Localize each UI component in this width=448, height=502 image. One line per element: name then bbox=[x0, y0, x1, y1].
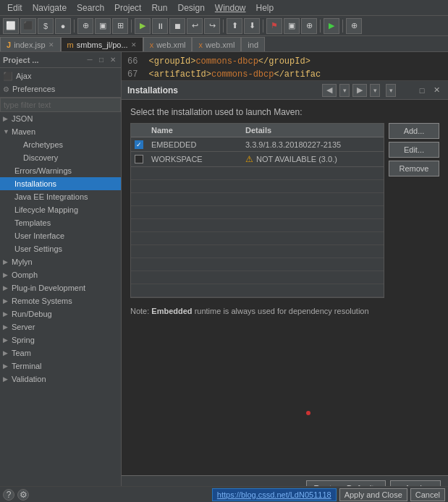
menu-design[interactable]: Design bbox=[173, 1, 208, 14]
apply-close-button[interactable]: Apply and Close bbox=[339, 488, 407, 501]
status-help-icon[interactable]: ? bbox=[3, 489, 14, 501]
toolbar-sep-1 bbox=[74, 20, 75, 33]
menu-project[interactable]: Project bbox=[110, 1, 145, 14]
toolbar-btn-2[interactable]: ⬛ bbox=[20, 18, 36, 34]
tab-ind[interactable]: ind bbox=[241, 37, 265, 51]
tree-item-plugin[interactable]: ▶ Plug-in Development bbox=[0, 281, 121, 294]
panel-minimize-icon[interactable]: ─ bbox=[85, 55, 95, 65]
status-settings-icon[interactable]: ⚙ bbox=[17, 489, 29, 501]
tab-close-1[interactable]: ✕ bbox=[48, 41, 54, 48]
toolbar-btn-12[interactable]: ⚑ bbox=[266, 18, 282, 34]
toolbar-btn-6[interactable]: ▣ bbox=[95, 18, 111, 34]
tree-item-run-debug[interactable]: ▶ Run/Debug bbox=[0, 307, 121, 320]
tree-item-server[interactable]: ▶ Server bbox=[0, 320, 121, 333]
tree-item-validation[interactable]: ▶ Validation bbox=[0, 373, 121, 386]
td-details-workspace: ⚠ NOT AVAILABLE (3.0.) bbox=[241, 153, 384, 166]
table-container: Name Details EMBEDDED 3.3.9/1.8.3.201802… bbox=[130, 123, 384, 298]
prefs-label: Preferences bbox=[12, 85, 55, 93]
cancel-button[interactable]: Cancel bbox=[410, 488, 445, 501]
tab-label-5: ind bbox=[248, 41, 258, 49]
panel-close-icon[interactable]: ✕ bbox=[108, 55, 118, 65]
tree-arrow-server: ▶ bbox=[3, 323, 12, 331]
toolbar-btn-10[interactable]: ⬆ bbox=[227, 18, 242, 34]
table-row-workspace[interactable]: WORKSPACE ⚠ NOT AVAILABLE (3.0.) bbox=[131, 152, 384, 166]
toolbar-btn-14[interactable]: ⊕ bbox=[301, 18, 317, 34]
dialog-back-btn[interactable]: ◀ bbox=[322, 84, 337, 97]
dialog-forward-btn[interactable]: ▶ bbox=[352, 84, 367, 97]
toolbar-btn-7[interactable]: ⊞ bbox=[112, 18, 128, 34]
checkbox-workspace[interactable] bbox=[135, 155, 143, 163]
tree-label-server: Server bbox=[12, 323, 35, 331]
tab-close-2[interactable]: ✕ bbox=[131, 41, 137, 48]
tree-item-lifecycle[interactable]: Lifecycle Mapping bbox=[0, 203, 121, 216]
tree-item-remote[interactable]: ▶ Remote Systems bbox=[0, 294, 121, 307]
filter-input[interactable] bbox=[0, 98, 121, 112]
tree-item-oomph[interactable]: ▶ Oomph bbox=[0, 268, 121, 281]
tree-arrow-plugin: ▶ bbox=[3, 284, 12, 292]
edit-button[interactable]: Edit... bbox=[389, 142, 439, 158]
tree-item-discovery[interactable]: Discovery bbox=[0, 151, 121, 164]
table-row-embedded[interactable]: EMBEDDED 3.3.9/1.8.3.20180227-2135 bbox=[131, 137, 384, 152]
tree-item-userinterface[interactable]: User Interface bbox=[0, 229, 121, 242]
toolbar-btn-11[interactable]: ⬇ bbox=[244, 18, 260, 34]
td-details-embedded: 3.3.9/1.8.3.20180227-2135 bbox=[241, 139, 384, 150]
tree-item-javaee[interactable]: Java EE Integrations bbox=[0, 190, 121, 203]
checkbox-embedded[interactable] bbox=[135, 140, 143, 149]
menu-edit[interactable]: Edit bbox=[3, 1, 27, 14]
menu-window[interactable]: Window bbox=[211, 1, 250, 14]
tree-item-errors[interactable]: Errors/Warnings bbox=[0, 164, 121, 177]
tree-item-installations[interactable]: Installations bbox=[0, 177, 121, 190]
tree-item-usersettings[interactable]: User Settings bbox=[0, 242, 121, 255]
menu-help[interactable]: Help bbox=[252, 1, 279, 14]
tab-smbms[interactable]: m smbms_jl/po... ✕ bbox=[61, 37, 143, 51]
dialog-forward-drop[interactable]: ▾ bbox=[370, 84, 380, 97]
tab-webxml-2[interactable]: x web.xml bbox=[192, 37, 241, 51]
toolbar-btn-play[interactable]: ▶ bbox=[135, 18, 151, 34]
tree-label-run-debug: Run/Debug bbox=[12, 310, 52, 318]
remove-button[interactable]: Remove bbox=[389, 161, 439, 176]
tree-label-oomph: Oomph bbox=[12, 271, 38, 279]
toolbar-btn-green[interactable]: ▶ bbox=[324, 18, 339, 34]
toolbar-btn-4[interactable]: ● bbox=[55, 18, 71, 34]
toolbar-btn-1[interactable]: ⬜ bbox=[3, 18, 19, 34]
panel-maximize-icon[interactable]: □ bbox=[96, 55, 106, 65]
status-bar: ? ⚙ https://blog.cssd.net/LdN051118 Appl… bbox=[0, 486, 448, 502]
tree-item-team[interactable]: ▶ Team bbox=[0, 346, 121, 360]
dialog-menu-drop[interactable]: ▾ bbox=[386, 84, 396, 97]
tree-item-archetypes[interactable]: Archetypes bbox=[0, 138, 121, 151]
toolbar-btn-3[interactable]: $ bbox=[38, 18, 54, 34]
tree-item-templates[interactable]: Templates bbox=[0, 216, 121, 229]
tab-index-jsp[interactable]: J index.jsp ✕ bbox=[0, 37, 61, 51]
tree-label-remote: Remote Systems bbox=[12, 297, 72, 305]
installations-table: Name Details EMBEDDED 3.3.9/1.8.3.201802… bbox=[130, 123, 384, 167]
tab-icon-2: m bbox=[67, 41, 74, 49]
tree-item-terminal[interactable]: ▶ Terminal bbox=[0, 360, 121, 373]
toolbar-btn-pause[interactable]: ⏸ bbox=[152, 18, 168, 34]
tree-item-json[interactable]: ▶ JSON bbox=[0, 112, 121, 125]
add-button[interactable]: Add... bbox=[389, 123, 439, 139]
menu-search[interactable]: Search bbox=[72, 1, 109, 14]
menu-navigate[interactable]: Navigate bbox=[28, 1, 71, 14]
th-name: Name bbox=[147, 124, 241, 137]
dialog-maximize-icon[interactable]: □ bbox=[416, 85, 428, 96]
status-link[interactable]: https://blog.cssd.net/LdN051118 bbox=[212, 488, 337, 501]
toolbar-btn-8[interactable]: ↩ bbox=[187, 18, 203, 34]
tree-item-mylyn[interactable]: ▶ Mylyn bbox=[0, 255, 121, 268]
tab-webxml-1[interactable]: x web.xml bbox=[143, 37, 193, 51]
tree-item-spring[interactable]: ▶ Spring bbox=[0, 333, 121, 346]
panel-title: Project ... bbox=[3, 56, 39, 64]
toolbar-btn-9[interactable]: ↪ bbox=[204, 18, 220, 34]
dialog-back-drop[interactable]: ▾ bbox=[339, 84, 350, 97]
ajax-label: Ajax bbox=[16, 72, 31, 80]
tab-label-1: index.jsp bbox=[14, 41, 45, 49]
toolbar-btn-5[interactable]: ⊕ bbox=[77, 18, 93, 34]
tree-item-maven[interactable]: ▼ Maven bbox=[0, 125, 121, 138]
td-check-workspace[interactable] bbox=[131, 153, 147, 166]
dialog-close-icon[interactable]: ✕ bbox=[431, 85, 442, 96]
empty-row-6 bbox=[131, 232, 384, 245]
toolbar-btn-13[interactable]: ▣ bbox=[284, 18, 300, 34]
toolbar-btn-stop[interactable]: ⏹ bbox=[169, 18, 185, 34]
toolbar-btn-15[interactable]: ⊕ bbox=[346, 18, 362, 34]
td-check-embedded[interactable] bbox=[131, 138, 147, 151]
menu-run[interactable]: Run bbox=[147, 1, 172, 14]
